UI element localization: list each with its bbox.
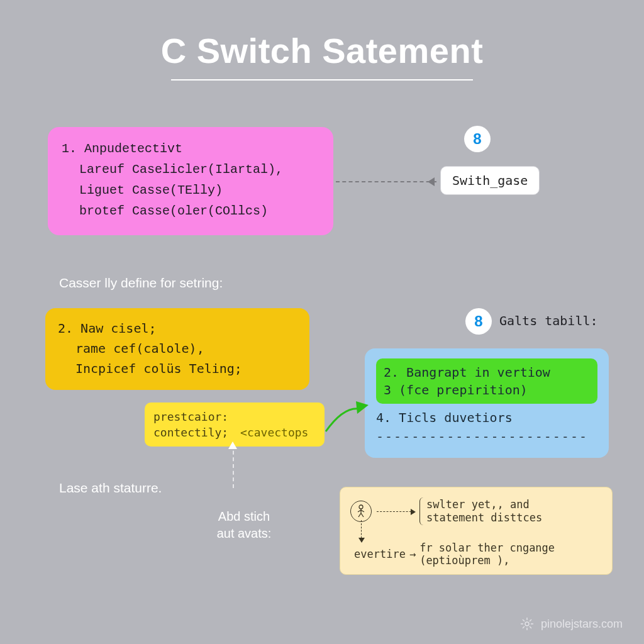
page-title: C Switch Satement: [0, 30, 644, 71]
cream-bracket-1: swlter yet,, and statement disttces: [419, 497, 542, 525]
cream-flow-block: swlter yet,, and statement disttces ever…: [340, 487, 613, 575]
vertical-arrowhead-icon: [228, 441, 237, 449]
person-figure-icon: [350, 501, 372, 522]
vertical-connector: [233, 444, 234, 488]
gold-code-block: 2. Naw cisel; rame cef(calole), Incpicef…: [45, 308, 309, 390]
green-line-1: 2. Bangrapt in vertiow: [384, 364, 590, 381]
green-line-2: 3 (fce prepirition): [384, 381, 590, 399]
connector-pink-to-tag: [336, 181, 436, 182]
yellow-line-1: prestcaior:: [153, 409, 316, 425]
pink-line-1: 1. Anpudetectivt: [62, 138, 319, 159]
pink-line-3: Liguet Casse(TElly): [62, 180, 319, 201]
abd-stich-label: Abd stich aut avats:: [206, 508, 282, 542]
svg-point-2: [525, 622, 529, 626]
gold-line-3: Incpicef colüs Teling;: [58, 358, 297, 379]
svg-marker-0: [356, 401, 369, 414]
connector-arrowhead-icon: [428, 177, 435, 186]
green-arrow-icon: [325, 400, 369, 435]
pink-line-4: brotef Casse(oler(COllcs): [62, 201, 319, 221]
blue-line-4: 4. Ticls duvetiors: [376, 410, 597, 425]
title-underline: [171, 79, 473, 80]
pink-code-block: 1. Anpudetectivt Lareuf Caselicler(Ilart…: [48, 127, 333, 235]
subtitle-define: Casser lly define for setring:: [59, 275, 223, 291]
cream-evertire: evertire: [354, 548, 406, 560]
cream-row-2: evertire → fr solar ther cngange (eptioù…: [350, 541, 602, 567]
footer-text: pinolejstars.com: [541, 618, 623, 631]
green-highlight-chip: 2. Bangrapt in vertiow 3 (fce prepiritio…: [376, 358, 597, 404]
step-badge-2: 8: [465, 308, 492, 335]
cream-row2-c: (eptioùprem ),: [419, 554, 555, 567]
gold-line-1: 2. Naw cisel;: [58, 318, 297, 338]
cream-row2-b: fr solar ther cngange: [419, 541, 555, 554]
yellow-line-2: contectily; <cavectops: [153, 425, 316, 440]
pink-line-2: Lareuf Caselicler(Ilartal),: [62, 159, 319, 180]
sparkle-logo-icon: [519, 616, 535, 631]
gold-line-2: rame cef(calole),: [58, 338, 297, 358]
blue-dashes: ------------------------: [376, 429, 597, 444]
svg-point-1: [359, 505, 363, 509]
step-badge-1: 8: [464, 126, 491, 152]
right-arrow-icon: →: [409, 548, 416, 560]
switch-gase-tag: Swith_gase: [440, 166, 540, 195]
cream-row-1: swlter yet,, and statement disttces: [350, 497, 602, 525]
footer-watermark: pinolejstars.com: [519, 616, 623, 631]
cream-arrow-1-icon: [377, 511, 414, 512]
blue-info-block: 2. Bangrapt in vertiow 3 (fce prepiritio…: [365, 348, 609, 458]
yellow-code-tag: prestcaior: contectily; <cavectops: [145, 402, 325, 447]
cream-vertical-arrow-icon: [361, 520, 362, 541]
lase-staturre-label: Lase ath staturre.: [59, 480, 162, 496]
galts-tabill-label: Galts tabill:: [499, 313, 598, 328]
